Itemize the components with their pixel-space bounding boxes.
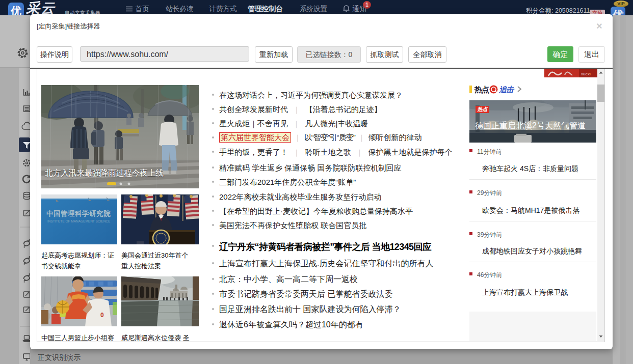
svg-text:0: 0 — [100, 312, 104, 319]
svg-text:xuexi: xuexi — [581, 72, 591, 76]
svg-text:中国管理科学研究院: 中国管理科学研究院 — [46, 209, 111, 217]
svg-text:INSTITUTE OF MANAGEMENT SCIENC: INSTITUTE OF MANAGEMENT SCIENCE — [47, 219, 111, 223]
